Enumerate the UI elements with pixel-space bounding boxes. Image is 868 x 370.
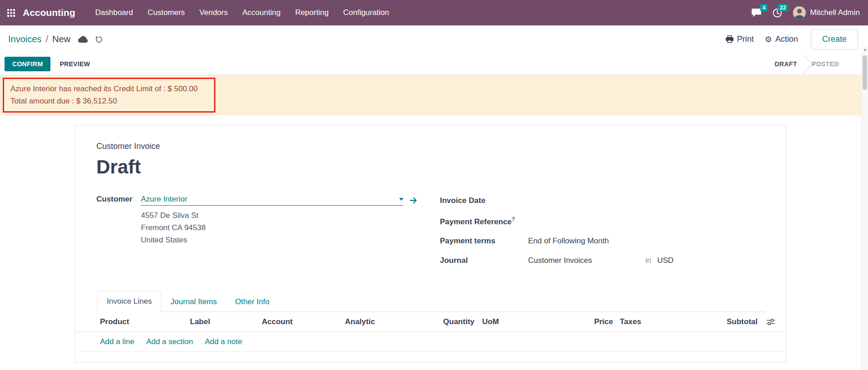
action-label: Action [775,35,798,44]
scrollbar-up-arrow[interactable]: ▲ [862,46,868,53]
credit-limit-text: Azure Interior has reached its Credit Li… [10,83,208,95]
column-account: Account [262,317,345,326]
nav-item-accounting[interactable]: Accounting [235,0,288,25]
nav-item-vendors[interactable]: Vendors [192,0,235,25]
user-name: Mitchell Admin [810,8,860,17]
customer-input[interactable]: Azure Interior [141,195,404,206]
nav-item-reporting[interactable]: Reporting [288,0,336,25]
invoice-date-input[interactable] [528,195,765,203]
nav-item-configuration[interactable]: Configuration [336,0,396,25]
table-header-row: Product Label Account Analytic Quantity … [75,312,786,332]
tab-invoice-lines[interactable]: Invoice Lines [97,291,161,312]
messages-badge: 4 [760,4,768,11]
state-chevron-icon [793,54,813,73]
breadcrumb-separator: / [45,34,48,44]
payment-terms-label: Payment terms [440,237,528,246]
optional-columns-icon[interactable] [764,318,778,326]
address-city: Fremont CA 94538 [141,222,440,234]
table-add-row: Add a line Add a section Add a note [75,332,786,352]
create-button[interactable]: Create [811,29,858,49]
payment-reference-label-text: Payment Reference [440,217,512,226]
journal-currency[interactable]: USD [657,256,673,265]
customer-label: Customer [96,195,141,204]
customer-value: Azure Interior [141,195,187,204]
preview-button[interactable]: PREVIEW [53,57,96,71]
add-note-link[interactable]: Add a note [205,337,242,346]
invoice-form-sheet: Customer Invoice Draft Customer Azure In… [75,125,786,363]
app-name[interactable]: Accounting [23,7,75,18]
column-taxes: Taxes [620,317,688,326]
customer-address: 4557 De Silva St Fremont CA 94538 United… [141,209,440,246]
scrollbar-thumb[interactable] [863,55,867,90]
action-button[interactable]: ⚙ Action [759,32,803,47]
document-type-label: Customer Invoice [96,142,765,151]
invoice-date-label: Invoice Date [440,196,528,205]
top-navbar: Accounting Dashboard Customers Vendors A… [0,0,868,25]
activities-button[interactable]: 22 [773,8,782,18]
activities-badge: 22 [778,4,788,11]
invoice-name-heading: Draft [96,157,765,178]
vertical-scrollbar[interactable]: ▲ [861,53,868,370]
confirm-button[interactable]: CONFIRM [5,57,50,71]
add-section-link[interactable]: Add a section [146,337,193,346]
address-country: United States [141,234,440,246]
add-line-link[interactable]: Add a line [100,337,135,346]
annotation-red-box: Azure Interior has reached its Credit Li… [3,78,215,113]
nav-item-dashboard[interactable]: Dashboard [88,0,140,25]
column-quantity: Quantity [436,317,474,326]
amount-due-text: Total amount due : $ 36,512.50 [10,95,208,107]
dropdown-caret-icon[interactable] [399,198,404,201]
journal-in-word: in [645,256,651,265]
form-view-content: Customer Invoice Draft Customer Azure In… [0,125,868,370]
breadcrumb-invoices-link[interactable]: Invoices [8,34,41,44]
gear-icon: ⚙ [765,35,772,44]
control-panel: Invoices / New Print ⚙ Action Create [0,25,868,53]
apps-menu-button[interactable] [0,0,22,25]
notebook-tabs: Invoice Lines Journal Items Other Info [96,291,765,312]
column-analytic: Analytic [345,317,436,326]
print-label: Print [737,35,754,44]
table-empty-row [75,352,786,370]
invoice-lines-table: Product Label Account Analytic Quantity … [75,312,786,370]
tab-journal-items[interactable]: Journal Items [161,292,226,312]
payment-reference-input[interactable] [528,216,765,224]
avatar [793,6,806,19]
payment-terms-value[interactable]: End of Following Month [528,237,609,246]
user-menu[interactable]: Mitchell Admin [793,6,860,19]
payment-reference-label: Payment Reference? [440,216,528,227]
form-statusbar: CONFIRM PREVIEW DRAFT POSTED [0,53,868,75]
tab-other-info[interactable]: Other Info [226,292,279,312]
column-price: Price [528,317,613,326]
address-street: 4557 De Silva St [141,209,440,222]
save-cloud-icon[interactable] [78,35,88,43]
discard-undo-icon[interactable] [95,35,103,44]
help-question-icon[interactable]: ? [512,216,515,222]
column-uom: UoM [482,317,528,326]
print-button[interactable]: Print [720,32,759,47]
apps-grid-icon [7,9,15,17]
journal-value[interactable]: Customer Invoices [528,256,645,265]
credit-limit-warning-banner: Azure Interior has reached its Credit Li… [0,75,868,115]
column-product: Product [100,317,190,326]
breadcrumb-current: New [52,34,70,44]
column-subtotal: Subtotal [688,317,758,326]
nav-item-customers[interactable]: Customers [140,0,192,25]
main-menu: Dashboard Customers Vendors Accounting R… [88,0,397,25]
messages-button[interactable]: 4 [751,8,762,18]
printer-icon [725,35,734,44]
journal-label: Journal [440,256,528,265]
internal-link-arrow-icon[interactable] [410,197,417,204]
column-label: Label [190,317,262,326]
